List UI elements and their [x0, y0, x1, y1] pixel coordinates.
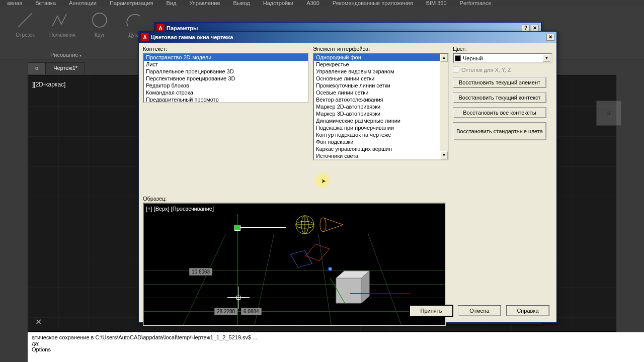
element-label: Элемент интерфейса: — [313, 46, 449, 52]
preview-panel: [+] [Верх] [Просвечивание] — [143, 203, 446, 326]
pickbox-icon — [236, 296, 240, 300]
element-item[interactable]: Промежуточные линии сетки — [314, 82, 440, 89]
element-item[interactable]: Фон подсказки — [314, 138, 440, 145]
element-listbox[interactable]: Однородный фонПерекрестьеУправление видо… — [313, 53, 449, 160]
preview-header: [+] [Верх] [Просвечивание] — [146, 206, 214, 212]
cube-icon — [330, 269, 375, 304]
scrollbar[interactable]: ▲ ▼ — [440, 54, 448, 159]
command-prompt[interactable]: Options — [32, 346, 640, 352]
ribbon-group-label[interactable]: Рисование — [50, 52, 82, 58]
document-tab[interactable]: о — [28, 62, 46, 74]
context-item[interactable]: Пространство 2D-модели — [144, 54, 308, 61]
command-line[interactable]: атическое сохранение в C:\Users\AutoCAD\… — [28, 332, 644, 362]
menu-item[interactable]: Вставка — [33, 0, 58, 6]
polyline-icon — [49, 10, 69, 30]
menu-item[interactable]: Надстройки — [261, 0, 295, 6]
snap-marker-icon — [234, 225, 240, 231]
menu-item[interactable]: Управление — [187, 0, 222, 6]
menu-item[interactable]: Вид — [164, 0, 178, 6]
tint-checkbox-row: Оттенок для X, Y, Z — [453, 66, 552, 73]
element-item[interactable]: Перекрестье — [314, 61, 440, 68]
element-item[interactable]: Однородный фон — [314, 54, 440, 61]
svg-point-7 — [320, 218, 326, 232]
svg-marker-10 — [336, 278, 361, 303]
svg-line-0 — [18, 13, 32, 27]
menu-item[interactable]: Вывод — [231, 0, 252, 6]
context-item[interactable]: Лист — [144, 61, 308, 68]
close-icon[interactable]: ✕ — [546, 34, 554, 41]
menubar[interactable]: авнаяВставкаАннотацииПараметризацияВидУп… — [0, 0, 644, 6]
help-icon[interactable]: ? — [522, 25, 530, 32]
element-item[interactable]: Управление видовым экраном — [314, 68, 440, 75]
document-tabs[interactable]: оЧертеж1* — [28, 62, 85, 74]
ok-button[interactable]: Принять — [410, 305, 453, 316]
command-close-icon[interactable]: ✕ — [35, 317, 42, 327]
color-label: Цвет: — [453, 46, 552, 52]
color-value: Черный — [463, 55, 543, 61]
coord-badge: 28.2280 — [214, 308, 237, 315]
document-tab[interactable]: Чертеж1* — [46, 62, 85, 74]
restore-context-button[interactable]: Восстановить текущий контекст — [453, 92, 546, 103]
restore-all-button[interactable]: Восстановить все контексты — [453, 107, 546, 118]
scroll-up-icon[interactable]: ▲ — [440, 54, 448, 62]
context-item[interactable]: Параллельное проецирование 3D — [144, 68, 308, 75]
ribbon-tool-circle[interactable]: Круг — [90, 10, 110, 38]
svg-point-1 — [93, 13, 107, 27]
tool-label: Отрезок — [15, 32, 35, 38]
color-dropdown[interactable]: Черный ▼ — [453, 53, 552, 63]
viewcube[interactable]: В — [589, 101, 629, 141]
command-text: атическое сохранение в C:\Users\AutoCAD\… — [32, 334, 640, 340]
color-swatch-icon — [455, 55, 461, 61]
coord-badge: 10.6063 — [189, 268, 212, 276]
element-item[interactable]: Каркас управляющих вершин — [314, 145, 440, 152]
context-item[interactable]: Предварительный просмотр — [144, 96, 308, 102]
context-item[interactable]: Перспективное проецирование 3D — [144, 75, 308, 82]
menu-item[interactable]: Параметризация — [108, 0, 155, 6]
context-listbox[interactable]: Пространство 2D-моделиЛистПараллельное п… — [143, 53, 309, 103]
context-item[interactable]: Командная строка — [144, 89, 308, 96]
scroll-down-icon[interactable]: ▼ — [440, 151, 448, 159]
element-item[interactable]: Динамические размерные линии — [314, 117, 440, 124]
menu-item[interactable]: Аннотации — [67, 0, 99, 6]
arc-icon — [124, 10, 144, 30]
x-axis-icon — [350, 293, 411, 294]
close-icon[interactable]: ✕ — [531, 25, 539, 32]
chevron-down-icon[interactable]: ▼ — [543, 54, 550, 62]
restore-element-button[interactable]: Восстановить текущий элемент — [453, 77, 546, 88]
cancel-button[interactable]: Отмена — [458, 305, 501, 316]
element-item[interactable]: Подсказка при прочерчивании — [314, 124, 440, 131]
preview-grid — [144, 234, 445, 325]
options-title: Параметры — [167, 25, 198, 31]
coord-badge: 6.0884 — [241, 308, 262, 315]
circle-icon — [90, 10, 110, 30]
element-item[interactable]: Осевые линии сетки — [314, 89, 440, 96]
restore-standard-button[interactable]: Восстановить стандартные цвета — [453, 122, 546, 140]
color-dialog-titlebar[interactable]: A Цветовая гамма окна чертежа ✕ — [139, 32, 556, 43]
ribbon-tool-polyline[interactable]: Полилиния — [49, 10, 75, 38]
viewcube-front-face[interactable]: В — [596, 101, 621, 126]
viewport-label[interactable]: ][2D-каркас] — [32, 81, 65, 88]
tint-label: Оттенок для X, Y, Z — [461, 67, 511, 73]
element-item[interactable]: Источники света — [314, 152, 440, 159]
camera-cone-icon — [319, 215, 344, 235]
menu-item[interactable]: авная — [5, 0, 24, 6]
menu-item[interactable]: Performance — [458, 0, 494, 6]
sample-label: Образец: — [143, 196, 167, 202]
menu-item[interactable]: Рекомендованные приложения — [331, 0, 415, 6]
cursor-icon: ➤ — [321, 177, 326, 185]
color-dialog: A Цветовая гамма окна чертежа ✕ Контекст… — [138, 31, 557, 323]
context-item[interactable]: Редактор блоков — [144, 82, 308, 89]
menu-item[interactable]: A360 — [304, 0, 321, 6]
help-button[interactable]: Справка — [506, 305, 549, 316]
element-item[interactable]: Вектор автоотслеживания — [314, 96, 440, 103]
tool-label: Полилиния — [49, 32, 75, 38]
tint-checkbox — [453, 66, 459, 73]
light-sphere-icon — [295, 215, 315, 235]
element-item[interactable]: Основные линии сетки — [314, 75, 440, 82]
menu-item[interactable]: BIM 360 — [424, 0, 449, 6]
ribbon-tool-line[interactable]: Отрезок — [15, 10, 35, 38]
tracking-vector — [240, 227, 286, 228]
element-item[interactable]: Контур подсказок на чертеже — [314, 131, 440, 138]
element-item[interactable]: Маркер 2D-автопривязки — [314, 103, 440, 110]
element-item[interactable]: Маркер 3D-автопривязки — [314, 110, 440, 117]
